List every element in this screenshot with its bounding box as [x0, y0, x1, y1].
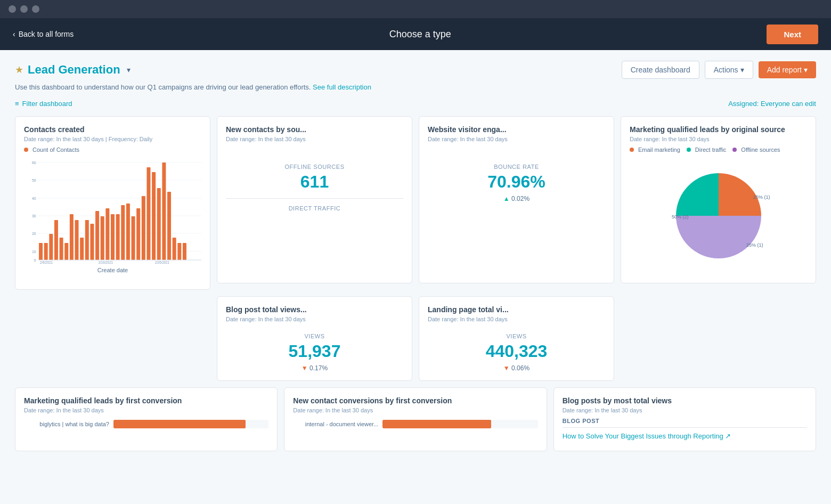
contacts-bar-chart: 60 50 40 30 20 10 0 — [24, 157, 201, 264]
landing-views-label: VIEWS — [428, 333, 605, 339]
main-content: ★ Lead Generation ▾ Create dashboard Act… — [0, 50, 831, 503]
description-link[interactable]: See full description — [313, 83, 371, 91]
dashboard-header: ★ Lead Generation ▾ Create dashboard Act… — [15, 61, 816, 79]
svg-rect-24 — [95, 211, 99, 260]
filter-label: Filter dashboard — [22, 100, 72, 108]
svg-rect-35 — [152, 172, 156, 260]
svg-rect-15 — [49, 234, 53, 260]
svg-rect-41 — [183, 243, 186, 260]
svg-rect-17 — [60, 238, 63, 260]
browser-chrome — [0, 0, 831, 18]
mql-first-title: Marketing qualified leads by first conve… — [24, 396, 268, 405]
filter-dashboard-button[interactable]: ≡ Filter dashboard — [15, 100, 72, 108]
browser-dot-yellow — [20, 5, 28, 13]
blog-posts-subtitle: Date range: In the last 30 days — [563, 407, 807, 413]
bottom-cards-grid: Marketing qualified leads by first conve… — [15, 387, 816, 451]
landing-views-change: ▼ 0.06% — [428, 364, 605, 372]
title-chevron-icon[interactable]: ▾ — [127, 66, 131, 74]
browser-dot-red — [9, 5, 16, 13]
x-axis-label: Create date — [24, 267, 201, 273]
svg-text:10: 10 — [32, 249, 36, 255]
landing-page-views-card: Landing page total vi... Date range: In … — [419, 296, 614, 381]
description-bar: Use this dashboard to understand how our… — [15, 83, 816, 91]
conversion-bar-fill — [382, 420, 491, 428]
offline-sources-value: 611 — [226, 172, 403, 192]
new-contact-subtitle: Date range: In the last 30 days — [293, 407, 537, 413]
svg-rect-23 — [90, 224, 94, 260]
down-arrow-icon-landing: ▼ — [503, 364, 510, 372]
contacts-created-card: Contacts created Date range: In the last… — [15, 116, 210, 290]
landing-page-subtitle: Date range: In the last 30 days — [428, 316, 605, 322]
contacts-legend-dot — [24, 148, 28, 152]
svg-rect-16 — [54, 220, 58, 260]
svg-text:2/6/2021: 2/6/2021 — [40, 261, 53, 264]
mql-original-card: Marketing qualified leads by original so… — [621, 116, 816, 283]
landing-views-value: 440,323 — [428, 342, 605, 361]
add-report-button[interactable]: Add report ▾ — [759, 61, 816, 78]
website-visitor-card: Website visitor enga... Date range: In t… — [419, 116, 614, 283]
create-dashboard-button[interactable]: Create dashboard — [622, 61, 699, 79]
svg-text:2/26/2021: 2/26/2021 — [155, 261, 170, 264]
legend-email: Email marketing — [630, 147, 680, 153]
actions-button[interactable]: Actions ▾ — [705, 61, 753, 79]
blog-post-title: Blog post total views... — [226, 305, 403, 314]
svg-text:25% (1): 25% (1) — [746, 242, 763, 248]
dashboard-title: Lead Generation — [28, 63, 120, 77]
add-report-chevron-icon: ▾ — [804, 66, 808, 74]
bounce-rate-change: ▲ 0.02% — [428, 195, 605, 202]
svg-rect-25 — [101, 216, 104, 260]
svg-rect-28 — [116, 214, 120, 260]
landing-page-title: Landing page total vi... — [428, 305, 605, 314]
svg-rect-26 — [105, 208, 109, 260]
description-text: Use this dashboard to understand how our… — [15, 83, 311, 91]
svg-rect-33 — [142, 196, 145, 260]
svg-rect-38 — [167, 192, 171, 260]
svg-rect-29 — [121, 205, 125, 260]
pie-chart: 25% (1) 50% (2) 25% (1) — [665, 162, 772, 269]
mql-first-subtitle: Date range: In the last 30 days — [24, 407, 268, 413]
blog-views-change: ▼ 0.17% — [226, 364, 403, 372]
new-contacts-card: New contacts by sou... Date range: In th… — [217, 116, 412, 283]
star-icon[interactable]: ★ — [15, 64, 23, 76]
svg-rect-21 — [80, 238, 84, 260]
mql-original-subtitle: Date range: In the last 30 days — [630, 136, 807, 142]
svg-rect-31 — [132, 216, 135, 260]
svg-rect-36 — [157, 188, 161, 260]
filter-icon: ≡ — [15, 100, 19, 108]
mql-bar-fill — [113, 420, 246, 428]
assigned-value[interactable]: Everyone can edit — [761, 100, 816, 108]
blog-views-label: VIEWS — [226, 333, 403, 339]
mql-bar-label: biglytics | what is big data? — [24, 421, 109, 427]
legend-offline: Offline sources — [732, 147, 780, 153]
svg-rect-37 — [162, 162, 166, 260]
blog-posts-card: Blog posts by most total views Date rang… — [553, 387, 816, 451]
website-visitor-subtitle: Date range: In the last 30 days — [428, 136, 605, 142]
blog-col-label: BLOG POST — [563, 418, 807, 428]
assigned-text: Assigned: Everyone can edit — [728, 100, 816, 108]
page-title: Choose a type — [389, 29, 451, 40]
contacts-created-subtitle: Date range: In the last 30 days | Freque… — [24, 136, 201, 142]
back-link-label: Back to all forms — [19, 30, 74, 38]
svg-rect-14 — [44, 243, 48, 260]
next-button[interactable]: Next — [767, 25, 818, 44]
header-actions: Create dashboard Actions ▾ Add report ▾ — [622, 61, 816, 79]
website-visitor-title: Website visitor enga... — [428, 125, 605, 134]
svg-text:30: 30 — [32, 214, 36, 219]
svg-rect-27 — [111, 214, 115, 260]
mql-bar-track — [113, 420, 268, 428]
svg-text:50: 50 — [32, 178, 36, 183]
conversion-bar-row: internal - document viewer... — [293, 420, 537, 428]
conversions-bars: internal - document viewer... — [293, 420, 537, 428]
top-nav: ‹ Back to all forms Choose a type Next — [0, 18, 831, 50]
legend-direct: Direct traffic — [687, 147, 726, 153]
direct-traffic-label: DIRECT TRAFFIC — [226, 205, 403, 212]
direct-legend-dot — [687, 148, 691, 152]
bounce-rate-label: BOUNCE RATE — [428, 164, 605, 170]
svg-rect-22 — [85, 220, 89, 260]
blog-post-link[interactable]: How to Solve Your Biggest Issues through… — [563, 432, 807, 440]
svg-rect-20 — [75, 220, 79, 260]
filter-bar: ≡ Filter dashboard Assigned: Everyone ca… — [15, 100, 816, 108]
contacts-created-title: Contacts created — [24, 125, 201, 134]
back-link[interactable]: ‹ Back to all forms — [13, 30, 74, 38]
bounce-rate-value: 70.96% — [428, 172, 605, 192]
